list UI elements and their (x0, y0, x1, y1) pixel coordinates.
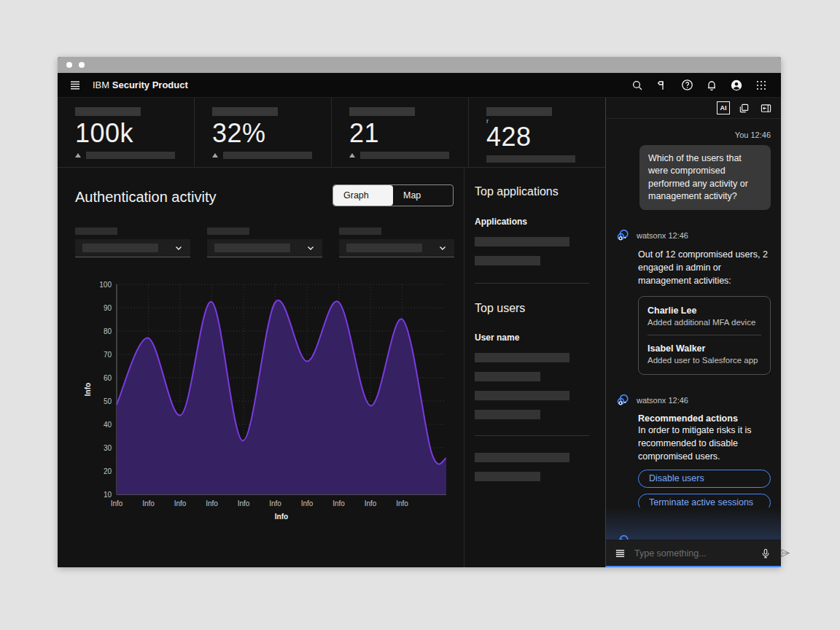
skeleton-label (207, 228, 249, 235)
terminate-sessions-button[interactable]: Terminate active sessions (638, 494, 771, 508)
kpi-value: 21 (349, 120, 451, 147)
header-actions (625, 73, 781, 98)
app-header: IBM Security Product (58, 73, 781, 98)
ai-label-icon[interactable]: AI (717, 101, 730, 114)
user-name: Isabel Walker (648, 343, 761, 354)
disable-users-button[interactable]: Disable users (638, 470, 771, 488)
applications-column-header: Applications (475, 217, 589, 227)
chevron-down-icon (306, 244, 315, 252)
user-name: Charlie Lee (648, 306, 761, 316)
skeleton-label (75, 107, 141, 116)
filters-row (75, 228, 454, 257)
svg-text:20: 20 (104, 467, 112, 475)
side-panel-icon[interactable] (758, 100, 774, 116)
window-titlebar (58, 57, 781, 73)
svg-text:Info: Info (142, 499, 155, 508)
kpi-card: 21 (331, 98, 468, 167)
svg-text:60: 60 (104, 374, 112, 382)
filter-dropdown (207, 228, 322, 257)
chat-scroll-fade (606, 508, 781, 540)
help-icon[interactable] (674, 73, 699, 98)
bot-message-text: In order to mitigate risks it is recomme… (638, 424, 771, 463)
wayfinder-icon[interactable] (650, 73, 674, 98)
top-applications-title: Top applications (475, 185, 589, 198)
brand-name: Security Product (112, 79, 188, 90)
microphone-icon[interactable] (761, 548, 771, 559)
watsonx-avatar (616, 393, 630, 407)
tab-map[interactable]: Map (393, 185, 453, 206)
svg-text:Info: Info (84, 383, 92, 396)
svg-text:30: 30 (104, 444, 112, 452)
tab-graph[interactable]: Graph (333, 185, 393, 206)
skeleton-bar (475, 453, 569, 462)
divider (648, 335, 761, 335)
kpi-row: 100k 32% 21 r 428 (58, 98, 605, 168)
svg-text:90: 90 (104, 304, 112, 312)
skeleton-bar (486, 155, 575, 163)
skeleton-bar (86, 152, 175, 159)
delta-up-icon (349, 153, 355, 158)
compromised-users-card: Charlie Lee Added additional MFA device … (638, 296, 771, 375)
user-message-bubble: Which of the users that were compromised… (639, 145, 771, 210)
user-activity: Added additional MFA device (648, 318, 761, 327)
dropdown-field[interactable] (339, 239, 454, 257)
skeleton-bar (475, 410, 540, 419)
app-title: IBM Security Product (93, 79, 188, 90)
kpi-value: 100k (75, 120, 176, 147)
svg-text:10: 10 (104, 491, 112, 499)
svg-text:50: 50 (104, 397, 112, 405)
svg-text:Info: Info (269, 499, 281, 508)
skeleton-bar (223, 152, 312, 159)
dropdown-field[interactable] (207, 239, 322, 257)
auth-activity-chart: 102030405060708090100InfoInfoInfoInfoInf… (82, 279, 462, 538)
skeleton-bar (475, 391, 569, 400)
watsonx-avatar-partial (616, 534, 630, 540)
new-window-icon[interactable] (736, 100, 752, 116)
menu-icon[interactable] (58, 73, 93, 98)
watsonx-avatar (616, 228, 630, 242)
filter-dropdown (339, 228, 454, 257)
message-meta: You 12:46 (616, 131, 771, 139)
kpi-value: 32% (212, 120, 314, 147)
svg-text:Info: Info (111, 499, 123, 508)
skeleton-bar (475, 353, 569, 362)
delta-up-icon (212, 153, 218, 158)
svg-text:Info: Info (238, 499, 250, 508)
svg-text:70: 70 (104, 351, 112, 359)
bot-message-text: Out of 12 compromised users, 2 engaged i… (638, 249, 771, 287)
delta-up-icon (75, 153, 81, 158)
section-title: Authentication activity (75, 189, 216, 206)
divider (475, 283, 589, 284)
dropdown-field[interactable] (75, 239, 190, 257)
prompt-menu-icon[interactable] (615, 548, 626, 559)
message-meta: watsonx 12:46 (637, 231, 688, 240)
bot-message: watsonx 12:46 Recommended actions In ord… (616, 393, 771, 508)
search-icon[interactable] (625, 73, 650, 98)
svg-text:100: 100 (99, 281, 112, 289)
skeleton-value (214, 244, 290, 252)
auth-activity-section: Authentication activity Graph Map (58, 168, 464, 567)
svg-text:80: 80 (104, 327, 112, 335)
user-avatar-icon[interactable] (724, 73, 749, 98)
top-lists-section: Top applications Applications Top users … (465, 168, 605, 567)
window-control-dot[interactable] (79, 62, 85, 68)
filter-dropdown (75, 228, 190, 257)
chat-text-input[interactable] (634, 548, 752, 559)
svg-text:Info: Info (206, 499, 218, 508)
skeleton-label (75, 228, 117, 235)
bot-message-title: Recommended actions (638, 413, 771, 424)
app-switcher-icon[interactable] (749, 73, 774, 98)
notifications-icon[interactable] (699, 73, 724, 98)
svg-text:Info: Info (396, 499, 408, 508)
kpi-card: 100k (58, 98, 194, 167)
svg-text:Info: Info (365, 499, 377, 508)
skeleton-label (212, 107, 278, 116)
skeleton-value (346, 244, 422, 252)
chat-message-list: You 12:46 Which of the users that were c… (606, 119, 781, 508)
skeleton-value (82, 244, 158, 252)
send-icon[interactable] (779, 548, 790, 559)
svg-text:Info: Info (332, 499, 345, 508)
window-control-dot[interactable] (66, 62, 72, 68)
brand-prefix: IBM (93, 79, 109, 90)
skeleton-bar (360, 152, 449, 159)
